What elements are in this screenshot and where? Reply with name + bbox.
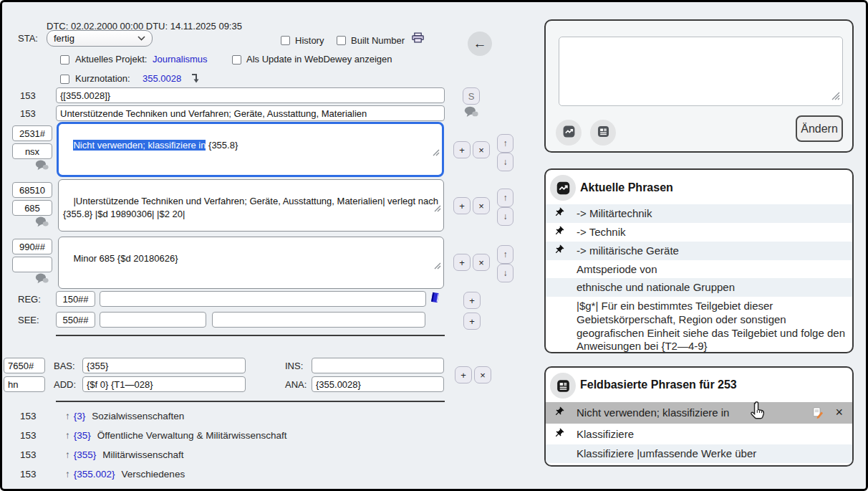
note1-rest-text: {355.8} — [206, 140, 238, 151]
feldbasierte-phrasen-button[interactable] — [590, 120, 616, 146]
hierarchy-tag: 153 — [20, 469, 65, 480]
hierarchy-label: Öffentliche Verwaltung & Militärwissensc… — [97, 430, 287, 441]
notation-input[interactable] — [56, 87, 445, 103]
built-number-label: Built Number — [351, 35, 405, 46]
note3-textarea[interactable]: Minor 685 {$d 20180626} — [58, 237, 444, 289]
note2-subtag-input[interactable] — [12, 200, 52, 216]
status-select[interactable]: fertig — [47, 30, 153, 47]
synth-add-button[interactable]: + — [455, 366, 472, 383]
reg-label: REG: — [18, 294, 41, 305]
pin-icon[interactable] — [554, 226, 564, 239]
kurznotation-label: Kurznotation: — [75, 73, 130, 84]
add-input[interactable] — [82, 376, 246, 392]
resize-handle-icon[interactable] — [417, 133, 440, 173]
aktuelle-phrasen-button[interactable] — [556, 120, 582, 146]
printer-icon[interactable] — [412, 32, 424, 46]
phrase-list-item[interactable]: Klassifiziere — [546, 424, 852, 444]
see-value1-input[interactable] — [100, 312, 206, 328]
phrase-list-item[interactable]: -> Technik — [546, 223, 852, 242]
note3-add-button[interactable]: + — [453, 254, 471, 271]
note3-tag-input[interactable] — [12, 239, 52, 254]
phrase-list-item-highlighted[interactable]: Nicht verwenden; klassifiziere in × — [546, 402, 852, 424]
comment-bubble-icon[interactable] — [35, 160, 49, 173]
back-button[interactable]: ← — [468, 32, 492, 56]
s-button[interactable]: S — [463, 87, 480, 105]
aktuelles-projekt-checkbox[interactable] — [60, 55, 69, 65]
pin-icon[interactable] — [554, 244, 564, 258]
note2-remove-button[interactable]: × — [473, 197, 490, 214]
note3-remove-button[interactable]: × — [473, 254, 490, 271]
reg-tag-input[interactable] — [56, 291, 95, 307]
panel-title: Aktuelle Phrasen — [580, 181, 673, 194]
ins-label: INS: — [285, 361, 303, 371]
phrase-list-item[interactable]: -> Militärtechnik — [546, 204, 852, 223]
resize-handle-icon[interactable] — [418, 247, 441, 286]
ins-input[interactable] — [312, 358, 444, 373]
see-add-button[interactable]: + — [463, 313, 481, 330]
see-label: SEE: — [18, 315, 39, 325]
resize-handle-icon[interactable] — [831, 90, 840, 103]
see-tag-input[interactable] — [56, 312, 95, 328]
aktuelles-projekt-link[interactable]: Journalismus — [153, 54, 208, 65]
corner-down-arrow-icon[interactable] — [191, 72, 201, 86]
hierarchy-number-link[interactable]: {355.002} — [74, 469, 115, 480]
note1-move-down-button[interactable]: ↓ — [497, 153, 513, 171]
book-icon[interactable] — [430, 292, 440, 306]
note2-textarea[interactable]: |Unterstützende Techniken und Verfahren;… — [58, 179, 444, 232]
ana-input[interactable] — [312, 376, 444, 392]
pin-icon[interactable] — [554, 406, 564, 420]
hierarchy-row: 153 ↑ {355} Militärwissenschaft — [20, 449, 184, 460]
phrase-list-item[interactable]: Amtsperiode von — [546, 260, 852, 278]
phrase-list-item[interactable]: -> militärische Geräte — [546, 242, 852, 260]
phrase-list-item[interactable]: |$g*| Für ein bestimmtes Teilgebiet dies… — [546, 297, 852, 353]
phrase-list-item[interactable]: ethnische und nationale Gruppen — [546, 278, 852, 297]
note1-subtag-input[interactable] — [12, 143, 52, 159]
comment-bubble-icon[interactable] — [35, 273, 49, 287]
note3-move-down-button[interactable]: ↓ — [497, 264, 513, 282]
trend-chart-icon — [562, 125, 576, 141]
phrase-text: Klassifiziere |umfassende Werke über — [577, 447, 756, 459]
synth-tag1-input[interactable] — [4, 358, 45, 373]
note1-move-up-button[interactable]: ↑ — [497, 134, 513, 153]
close-icon[interactable]: × — [835, 406, 843, 419]
phrase-editor-textarea[interactable] — [559, 37, 843, 106]
reg-add-button[interactable]: + — [463, 292, 481, 309]
resize-handle-icon[interactable] — [418, 189, 441, 229]
note1-tag-input[interactable] — [12, 125, 52, 141]
note2-add-button[interactable]: + — [453, 197, 471, 214]
see-value2-input[interactable] — [212, 312, 425, 328]
hierarchy-row: 153 ↑ {35} Öffentliche Verwaltung & Mili… — [20, 430, 286, 441]
kurznotation-link[interactable]: 355.0028 — [143, 73, 181, 84]
built-number-checkbox[interactable] — [337, 36, 346, 45]
hierarchy-number-link[interactable]: {35} — [74, 430, 91, 441]
note3-subtag-input[interactable] — [12, 257, 52, 272]
pin-icon[interactable] — [554, 428, 564, 442]
aendern-button[interactable]: Ändern — [796, 115, 843, 142]
note3-move-up-button[interactable]: ↑ — [497, 245, 513, 264]
document-lines-icon — [550, 373, 576, 399]
hierarchy-row: 153 ↑ {3} Sozialwissenschaften — [20, 411, 184, 421]
note1-textarea[interactable]: Nicht verwenden; klassifiziere in {355.8… — [57, 122, 444, 177]
kurznotation-checkbox[interactable] — [60, 75, 69, 84]
pin-icon[interactable] — [554, 207, 564, 221]
phrase-list-item[interactable]: Klassifiziere |umfassende Werke über — [546, 444, 852, 463]
reg-value-input[interactable] — [100, 291, 426, 307]
note2-tag-input[interactable] — [12, 182, 52, 198]
hierarchy-number-link[interactable]: {3} — [74, 411, 86, 421]
caption-input[interactable] — [56, 105, 445, 121]
comment-bubble-icon[interactable] — [35, 216, 49, 230]
note1-add-button[interactable]: + — [453, 141, 471, 158]
hierarchy-number-link[interactable]: {355} — [74, 449, 97, 460]
als-update-checkbox[interactable] — [232, 55, 241, 65]
note2-move-down-button[interactable]: ↓ — [497, 207, 513, 226]
selected-text: Nicht verwenden; klassifiziere in — [73, 140, 206, 151]
panel-title: Feldbasierte Phrasen für 253 — [580, 378, 737, 391]
edit-phrase-icon[interactable] — [811, 406, 824, 421]
comment-bubble-icon[interactable] — [464, 106, 478, 120]
synth-remove-button[interactable]: × — [474, 366, 491, 383]
note1-remove-button[interactable]: × — [473, 141, 490, 158]
note2-move-up-button[interactable]: ↑ — [497, 189, 513, 207]
synth-tag2-input[interactable] — [4, 376, 45, 392]
bas-input[interactable] — [82, 358, 246, 373]
history-checkbox[interactable] — [281, 36, 290, 45]
